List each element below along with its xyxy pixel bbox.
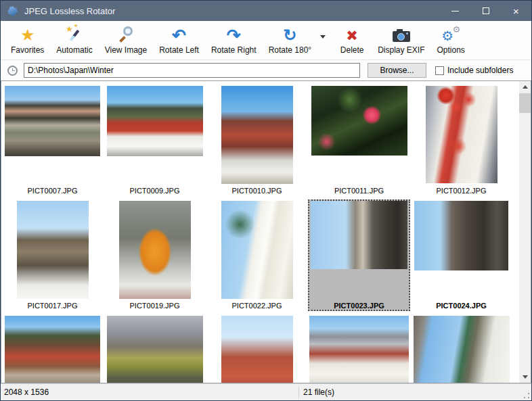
thumbnail-filename: PICT0010.JPG — [232, 187, 282, 195]
thumbnail-image[interactable] — [414, 316, 510, 383]
thumbnail-image[interactable] — [309, 316, 409, 383]
thumbnail-image[interactable] — [311, 201, 407, 269]
thumbnail-image[interactable] — [221, 86, 293, 184]
thumbnail-item[interactable]: PICT0007.JPG — [1, 85, 104, 196]
thumbnail-row — [1, 311, 519, 383]
history-clock-icon — [7, 66, 18, 76]
toolbar: ★ Favorites ★★ Automatic View Image ↶ Ro… — [1, 21, 531, 60]
thumbnail-item[interactable]: PICT0017.JPG — [1, 199, 104, 311]
thumbnail-image[interactable] — [311, 86, 407, 156]
thumbnail-image[interactable] — [426, 86, 497, 183]
thumbnail-image[interactable] — [221, 201, 293, 299]
thumbnail-filename: PICT0009.JPG — [130, 187, 180, 195]
thumbnail-grid: PICT0007.JPGPICT0009.JPGPICT0010.JPGPICT… — [1, 81, 519, 383]
maximize-icon — [483, 7, 489, 14]
scrollbar-thumb[interactable] — [519, 93, 531, 113]
thumbnail-filename: PICT0022.JPG — [232, 302, 282, 310]
thumbnail-item[interactable]: PICT0019.JPG — [104, 199, 206, 311]
thumbnail-item[interactable]: PICT0022.JPG — [206, 199, 308, 311]
arrow-up-icon — [523, 85, 528, 89]
chevron-down-icon — [320, 35, 326, 39]
thumbnail-item[interactable]: PICT0024.JPG — [410, 199, 512, 311]
thumbnail-image[interactable] — [107, 86, 203, 156]
camera-icon — [391, 26, 412, 45]
image-dimensions-status: 2048 x 1536 — [1, 387, 298, 397]
thumbnail-filename: PICT0023.JPG — [334, 302, 384, 310]
maximize-button[interactable] — [470, 1, 501, 21]
thumbnail-row: PICT0017.JPGPICT0019.JPGPICT0022.JPGPICT… — [1, 196, 519, 311]
rotate-left-button[interactable]: ↶ Rotate Left — [153, 24, 205, 56]
automatic-label: Automatic — [56, 45, 92, 55]
red-x-icon: ✖ — [342, 26, 362, 45]
thumbnail-image[interactable] — [221, 316, 293, 383]
browse-button[interactable]: Browse... — [368, 63, 426, 78]
thumbnail-image[interactable] — [119, 201, 191, 299]
thumbnail-item[interactable] — [308, 314, 410, 383]
arrow-down-icon — [523, 375, 528, 379]
folder-path-input[interactable] — [24, 63, 360, 78]
status-bar: 2048 x 1536 21 file(s) — [1, 383, 531, 400]
view-image-button[interactable]: View Image — [99, 24, 153, 56]
folder-history-button[interactable] — [5, 63, 20, 78]
rotate-left-label: Rotate Left — [159, 45, 199, 55]
rotate-right-button[interactable]: ↷ Rotate Right — [205, 24, 263, 56]
thumbnail-item[interactable] — [410, 314, 512, 383]
thumbnail-filename: PICT0011.JPG — [334, 187, 384, 195]
thumbnail-item[interactable]: PICT0009.JPG — [104, 85, 206, 196]
resize-grip[interactable] — [523, 392, 530, 399]
magic-wand-icon: ★★ — [64, 26, 85, 45]
rotate-right-arrow-icon: ↷ — [223, 26, 244, 45]
include-subfolders-label: Include subfolders — [447, 66, 513, 75]
titlebar: JPEG Lossless Rotator × — [1, 1, 531, 21]
thumbnail-item[interactable]: PICT0012.JPG — [410, 85, 512, 196]
display-exif-label: Display EXIF — [378, 45, 424, 55]
rotate-right-label: Rotate Right — [211, 45, 257, 55]
scrollbar-track[interactable] — [519, 93, 531, 371]
thumbnail-item[interactable]: PICT0023.JPG — [308, 199, 410, 311]
rotate-180-dropdown-button[interactable] — [317, 32, 328, 41]
gears-icon: ⚙⚙ — [441, 26, 461, 45]
thumbnail-item[interactable] — [206, 314, 308, 383]
magnifier-icon — [116, 26, 136, 45]
favorites-button[interactable]: ★ Favorites — [5, 24, 50, 56]
display-exif-button[interactable]: Display EXIF — [372, 24, 430, 56]
delete-button[interactable]: ✖ Delete — [332, 24, 372, 56]
thumbnail-item[interactable] — [104, 314, 206, 383]
delete-label: Delete — [340, 45, 364, 55]
thumbnail-image[interactable] — [414, 201, 508, 270]
window-title: JPEG Lossless Rotator — [24, 6, 115, 16]
thumbnail-item[interactable] — [1, 314, 104, 383]
rotate-180-button[interactable]: ↻ Rotate 180° — [263, 24, 318, 56]
address-bar: Browse... Include subfolders — [1, 60, 531, 80]
window-controls: × — [440, 1, 531, 21]
minimize-icon — [451, 11, 459, 11]
app-icon — [7, 5, 18, 17]
options-label: Options — [437, 45, 465, 55]
view-image-label: View Image — [105, 45, 147, 55]
thumbnail-panel: PICT0007.JPGPICT0009.JPGPICT0010.JPGPICT… — [1, 80, 531, 383]
favorites-label: Favorites — [11, 45, 44, 55]
file-count-status: 21 file(s) — [299, 387, 334, 397]
thumbnail-image[interactable] — [5, 86, 100, 156]
options-button[interactable]: ⚙⚙ Options — [431, 24, 471, 56]
thumbnail-filename: PICT0019.JPG — [130, 302, 180, 310]
thumbnail-item[interactable]: PICT0011.JPG — [308, 85, 410, 196]
include-subfolders-checkbox[interactable] — [435, 66, 444, 75]
thumbnail-filename: PICT0007.JPG — [28, 187, 78, 195]
rotate-left-arrow-icon: ↶ — [169, 26, 190, 45]
close-button[interactable]: × — [501, 1, 531, 21]
thumbnail-row: PICT0007.JPGPICT0009.JPGPICT0010.JPGPICT… — [1, 81, 519, 196]
star-icon: ★ — [18, 26, 38, 45]
thumbnail-item[interactable]: PICT0010.JPG — [206, 85, 308, 196]
scroll-up-button[interactable] — [519, 81, 531, 93]
scroll-down-button[interactable] — [519, 371, 531, 383]
automatic-button[interactable]: ★★ Automatic — [50, 24, 98, 56]
include-subfolders-option: Include subfolders — [435, 66, 513, 75]
thumbnail-image[interactable] — [107, 316, 203, 383]
thumbnail-image[interactable] — [5, 316, 100, 383]
thumbnail-filename: PICT0024.JPG — [436, 302, 487, 310]
thumbnail-image[interactable] — [17, 201, 89, 299]
minimize-button[interactable] — [440, 1, 470, 21]
vertical-scrollbar[interactable] — [519, 81, 531, 383]
close-icon: × — [513, 6, 519, 16]
